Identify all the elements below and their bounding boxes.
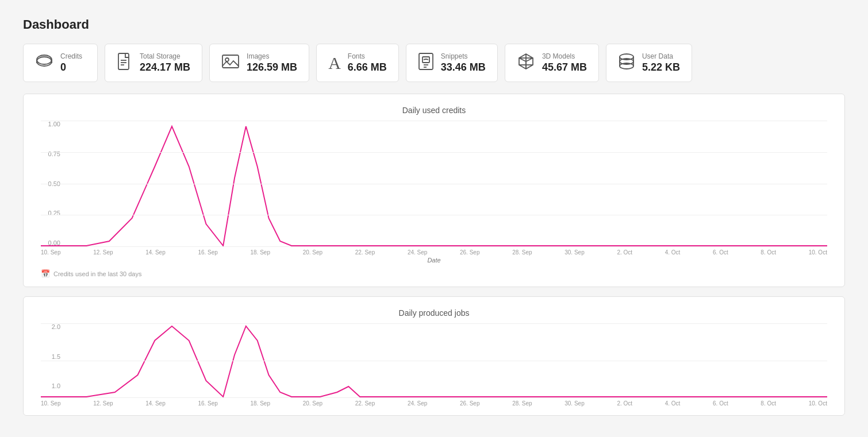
3d-models-label: 3D Models (542, 52, 587, 60)
user-data-value: 5.22 KB (642, 61, 680, 74)
total-storage-value: 224.17 MB (140, 61, 190, 74)
user-data-icon (618, 52, 635, 74)
calendar-icon: 📅 (41, 269, 50, 278)
fonts-label: Fonts (348, 52, 387, 60)
chart2-title: Daily produced jobs (41, 308, 827, 318)
stat-card-images: Images 126.59 MB (209, 44, 309, 82)
stat-card-user-data: User Data 5.22 KB (606, 44, 692, 82)
credits-value: 0 (60, 61, 82, 74)
snippets-label: Snippets (441, 52, 486, 60)
stat-card-total-storage: Total Storage 224.17 MB (105, 44, 202, 82)
images-icon (221, 53, 240, 72)
credits-label: Credits (60, 52, 82, 60)
stats-row: Credits 0 Total Storage 224.17 MB (23, 44, 845, 82)
chart1-legend: Credits used in the last 30 days (53, 270, 141, 277)
3d-models-value: 45.67 MB (542, 61, 587, 74)
images-value: 126.59 MB (247, 61, 297, 74)
svg-rect-4 (118, 53, 129, 69)
fonts-icon: A (328, 55, 341, 72)
svg-rect-11 (423, 57, 429, 63)
user-data-label: User Data (642, 52, 680, 60)
snippets-value: 33.46 MB (441, 61, 486, 74)
total-storage-icon (117, 52, 133, 74)
chart1-x-axis: 10. Sep 12. Sep 14. Sep 16. Sep 18. Sep … (41, 249, 827, 256)
chart1-footer: 📅 Credits used in the last 30 days (41, 269, 827, 278)
svg-point-9 (225, 58, 229, 61)
credits-icon (35, 52, 53, 74)
stat-card-credits: Credits 0 (23, 44, 98, 82)
chart-daily-jobs: Daily produced jobs 2.0 1.5 1.0 10. Sep … (23, 296, 845, 416)
total-storage-label: Total Storage (140, 52, 190, 60)
3d-models-icon (517, 52, 535, 74)
stat-card-3d-models: 3D Models 45.67 MB (505, 44, 599, 82)
chart1-x-label: Date (41, 257, 827, 264)
chart-daily-credits: Daily used credits 1.00 0.75 0.50 0.25 0… (23, 94, 845, 287)
svg-rect-8 (222, 55, 239, 68)
images-label: Images (247, 52, 297, 60)
snippets-icon (418, 52, 434, 74)
svg-line-18 (526, 58, 533, 61)
svg-line-17 (519, 58, 526, 61)
chart2-x-axis: 10. Sep 12. Sep 14. Sep 16. Sep 18. Sep … (41, 400, 827, 407)
stat-card-snippets: Snippets 33.46 MB (406, 44, 498, 82)
page-title: Dashboard (23, 17, 845, 32)
chart1-title: Daily used credits (41, 106, 827, 115)
fonts-value: 6.66 MB (348, 61, 387, 74)
stat-card-fonts: A Fonts 6.66 MB (316, 44, 399, 82)
